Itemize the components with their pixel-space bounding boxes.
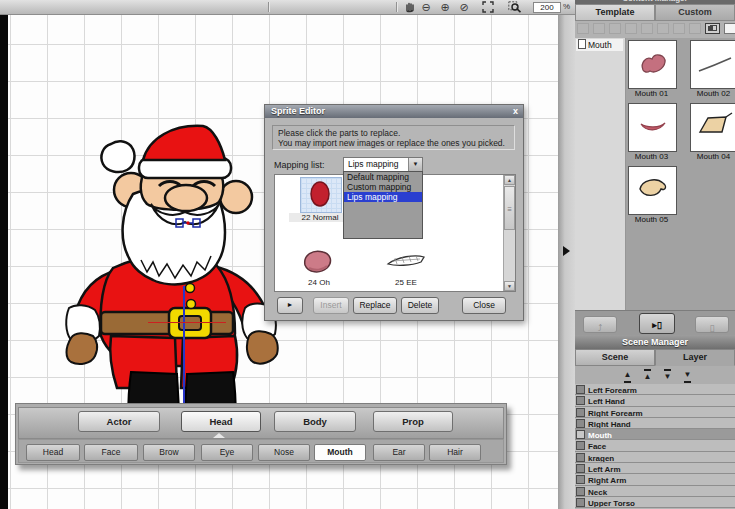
fit-view-icon[interactable] [482,1,494,13]
scroll-up-icon[interactable]: ▲ [504,175,515,185]
part-button-eye[interactable]: Eye [201,444,253,461]
toolbar-separator [396,2,398,12]
layer-row[interactable]: Right Forearm [575,407,735,418]
zoom-out-icon[interactable]: ⊖ [418,0,434,14]
copy-icon[interactable] [609,23,621,34]
instruction-line1: Please click the parts to replace. [278,128,400,138]
layer-row[interactable]: Left Arm [575,463,735,474]
app-window: ⊖ ⊕ ⊘ 200 % Actor Head Body Prop Head Fa… [0,0,735,509]
tree-item-mouth[interactable]: Mouth [576,39,623,51]
content-nav-row: ⤴ ▸▯ ▯ [575,310,735,336]
layer-row[interactable]: Face [575,440,735,451]
layer-move-up-icon[interactable]: ▲ [620,369,635,381]
sprite-thumb-ee[interactable] [385,251,427,271]
layer-row-selected[interactable]: Mouth [575,429,735,440]
pack-icon[interactable] [673,23,685,34]
thumbnail-label: Mouth 01 [626,89,677,98]
mapping-combobox-value: Lips mapping [348,158,399,171]
layer-row[interactable]: Upper Torso [575,497,735,508]
new-item-icon[interactable] [593,23,605,34]
tab-layer[interactable]: Layer [655,349,735,366]
part-button-nose[interactable]: Nose [258,444,310,461]
play-button[interactable]: ► [277,297,303,314]
panel-collapse-arrow-icon[interactable] [563,246,570,256]
sprite-thumb-oh[interactable] [299,247,337,275]
thumbnail-label: Mouth 02 [688,89,735,98]
apply-to-layer-button[interactable]: ▸▯ [639,313,675,334]
insert-button[interactable]: Insert [313,297,349,314]
sprite-item-label[interactable]: 25 EE [381,278,431,287]
sprite-item-label[interactable]: 22 Normal [289,213,351,222]
layer-icon [576,408,585,417]
panel-splitter[interactable] [558,14,575,509]
member-icon[interactable] [689,23,701,34]
layer-row[interactable]: Left Forearm [575,384,735,395]
template-tree: Mouth [575,38,626,310]
zoom-in-icon[interactable]: ⊕ [437,0,453,14]
mode-button-prop[interactable]: Prop [373,411,453,432]
scrollbar-thumb[interactable]: ☰ [504,186,515,230]
layer-list: Left Forearm Left Hand Right Forearm Rig… [575,384,735,509]
mode-button-actor[interactable]: Actor [78,411,160,432]
tab-template[interactable]: Template [575,4,655,21]
zoom-reset-icon[interactable]: ⊘ [456,0,472,14]
back-arrow-icon: ⤴ [598,323,603,333]
layer-move-bottom-icon[interactable]: ▼ [680,369,695,381]
open-icon[interactable] [577,23,589,34]
scene-manager-title: Scene Manager [575,335,735,349]
pan-hand-icon[interactable] [404,1,416,13]
part-button-hair[interactable]: Hair [429,444,481,461]
page-icon[interactable] [724,23,735,34]
delete-button[interactable]: Delete [401,297,439,314]
dropdown-option-lips[interactable]: Lips mapping [344,192,422,202]
thumbnail-mouth-02[interactable] [690,40,735,89]
back-button[interactable]: ⤴ [583,316,617,333]
zoom-value-field[interactable]: 200 [533,2,561,13]
tab-scene[interactable]: Scene [575,349,655,366]
thumbnail-mouth-01[interactable] [628,40,677,89]
dropdown-option-default[interactable]: Default mapping [344,172,422,182]
scroll-down-icon[interactable]: ▼ [504,281,515,291]
sprite-list-scrollbar[interactable]: ▲ ☰ ▼ [503,175,515,291]
part-button-mouth[interactable]: Mouth [314,444,366,461]
sprite-item-label[interactable]: 24 Oh [291,278,347,287]
zoom-region-icon[interactable] [508,1,522,13]
layer-row[interactable]: Neck [575,486,735,497]
forward-button[interactable]: ▯ [695,316,729,333]
part-button-ear[interactable]: Ear [373,444,425,461]
layer-row[interactable]: Left Hand [575,395,735,406]
layer-icon [576,396,585,405]
display-mode-icon[interactable] [705,23,720,34]
part-button-head[interactable]: Head [26,444,80,461]
layer-move-top-icon[interactable]: ▲ [640,369,655,381]
replace-button[interactable]: Replace [353,297,397,314]
dropdown-option-custom[interactable]: Custom mapping [344,182,422,192]
mouth-selection-marker[interactable] [175,217,201,229]
layer-row[interactable]: Right Arm [575,474,735,485]
close-button[interactable]: Close [462,297,506,314]
sprite-thumb-normal[interactable] [300,177,342,213]
layer-row[interactable]: Right Hand [575,418,735,429]
layer-icon [576,441,585,450]
thumbnail-mouth-04[interactable] [690,103,735,152]
combobox-dropdown-icon[interactable]: ▼ [408,158,422,172]
layer-move-down-icon[interactable]: ▼ [660,369,675,381]
tab-custom[interactable]: Custom [655,4,735,21]
layer-icon [576,475,585,484]
part-button-brow[interactable]: Brow [143,444,195,461]
dialog-close-icon[interactable]: x [513,105,518,118]
active-mode-notch [213,433,225,438]
dialog-instructions: Please click the parts to replace. You m… [272,125,515,150]
delete-item-icon[interactable] [641,23,653,34]
layer-icon [576,419,585,428]
mode-button-body[interactable]: Body [274,411,356,432]
layer-row[interactable]: kragen [575,452,735,463]
mode-button-head[interactable]: Head [181,411,261,432]
dialog-title[interactable]: Sprite Editor [265,105,523,118]
thumbnail-mouth-05[interactable] [628,166,677,215]
duplicate-icon[interactable] [625,23,637,34]
part-button-face[interactable]: Face [84,444,138,461]
thumbnail-mouth-03[interactable] [628,103,677,152]
top-toolbar: ⊖ ⊕ ⊘ 200 % [0,0,575,15]
save-icon[interactable] [657,23,669,34]
